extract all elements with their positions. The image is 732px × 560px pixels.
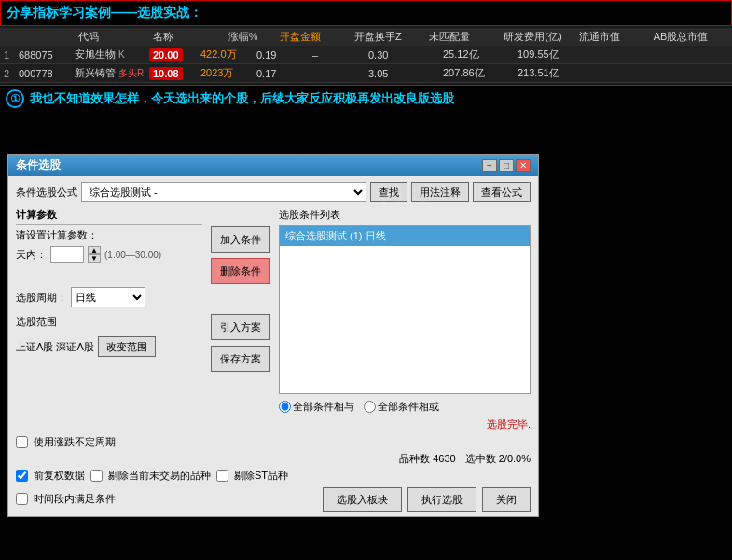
formula-select[interactable]: 综合选股测试 - — [81, 182, 366, 202]
dialog-body: 条件选股公式 综合选股测试 - 查找 用法注释 查看公式 计算参数 请设置计算参… — [8, 176, 538, 517]
row2-name: 新兴铸管 多头R — [75, 66, 149, 80]
window-close-button[interactable]: ✕ — [516, 159, 531, 172]
days-up-button[interactable]: ▲ — [88, 246, 101, 254]
range-value-row: 上证A股 深证A股 改变范围 — [16, 336, 202, 357]
row1-name: 安旭生物 K — [75, 48, 149, 61]
row1-change: 20.00 — [149, 49, 200, 61]
stats-selected: 选中数 2/0.0% — [465, 452, 531, 466]
calc-params-label: 计算参数 — [16, 208, 202, 225]
stock-table-header: 代码 名称 涨幅% 开盘金额 开盘换手Z 未匹配量 研发费用(亿) 流通市值 A… — [0, 28, 732, 46]
row1-unmatch: – — [312, 49, 368, 61]
stock-row-1[interactable]: 1 688075 安旭生物 K 20.00 422.0万 0.19 – 0.30… — [0, 46, 732, 64]
header-name: 名称 — [153, 30, 228, 44]
checkbox-no-trade[interactable] — [90, 470, 103, 482]
days-label: 天内： — [16, 248, 47, 262]
radio-row: 全部条件相与 全部条件相或 — [279, 400, 531, 414]
right-panel: 选股条件列表 综合选股测试 (1) 日线 全部条件相与 全部条件相或 选股完毕. — [279, 208, 531, 431]
dialog-titlebar: 条件选股 − □ ✕ — [8, 155, 538, 176]
row1-circ: 25.12亿 — [443, 48, 518, 61]
checkbox-jump[interactable] — [16, 436, 28, 448]
row1-rd: 0.30 — [368, 49, 443, 61]
stock-table-area: 代码 名称 涨幅% 开盘金额 开盘换手Z 未匹配量 研发费用(亿) 流通市值 A… — [0, 26, 732, 85]
top-banner: 分享指标学习案例——选股实战： — [0, 0, 732, 26]
notice-area: ① 我也不知道效果怎样，今天选出来的个股，后续大家反应积极再发出改良版选股 — [0, 85, 732, 112]
row2-num: 2 — [4, 68, 19, 79]
radio-all-or-label[interactable]: 全部条件相或 — [364, 400, 439, 414]
checkbox-no-st-label: 剔除ST品种 — [234, 469, 288, 483]
usage-button[interactable]: 用法注释 — [411, 182, 469, 202]
query-button[interactable]: 查找 — [370, 182, 407, 202]
checkbox-time[interactable] — [16, 493, 28, 505]
header-code: 代码 — [78, 30, 153, 44]
notice-circle: ① — [6, 89, 24, 108]
left-panel: 计算参数 请设置计算参数： 天内： 1 ▲ ▼ (1.00—30.00) 选股周… — [16, 208, 202, 431]
dialog-window-controls: − □ ✕ — [482, 159, 531, 172]
row1-ab: 109.55亿 — [518, 48, 583, 61]
header-open-rate: 开盘换手Z — [354, 30, 429, 44]
days-down-button[interactable]: ▼ — [88, 254, 101, 263]
checkbox-time-label: 时间段内满足条件 — [34, 492, 116, 506]
header-open-amount: 开盘金额 — [280, 30, 354, 44]
formula-row: 条件选股公式 综合选股测试 - 查找 用法注释 查看公式 — [16, 182, 531, 202]
checkbox-restore-label: 前复权数据 — [34, 469, 85, 483]
row2-open-amount: 2023万 — [200, 66, 256, 80]
days-input[interactable]: 1 — [50, 246, 84, 263]
param-desc: 请设置计算参数： — [16, 228, 98, 242]
execute-button[interactable]: 执行选股 — [407, 487, 476, 512]
checkboxes-row: 前复权数据 剔除当前未交易的品种 剔除ST品种 — [16, 469, 531, 483]
header-unmatch: 未匹配量 — [429, 30, 504, 44]
days-spinner: ▲ ▼ — [88, 246, 101, 263]
radio-all-and-text: 全部条件相与 — [293, 400, 354, 414]
condition-item-1[interactable]: 综合选股测试 (1) 日线 — [280, 226, 530, 246]
add-condition-button[interactable]: 加入条件 — [211, 226, 270, 253]
checkbox-no-st[interactable] — [216, 470, 228, 482]
radio-all-and[interactable] — [279, 401, 291, 413]
row2-ab: 213.51亿 — [518, 66, 583, 80]
checkbox-jump-label: 使用涨跌不定周期 — [34, 435, 116, 449]
checkbox-jump-row: 使用涨跌不定周期 — [16, 435, 531, 449]
main-content: 计算参数 请设置计算参数： 天内： 1 ▲ ▼ (1.00—30.00) 选股周… — [16, 208, 531, 431]
save-plan-button[interactable]: 保存方案 — [211, 346, 270, 372]
minimize-button[interactable]: − — [482, 159, 497, 172]
stock-filter-dialog: 条件选股 − □ ✕ 条件选股公式 综合选股测试 - 查找 用法注释 查看公式 … — [7, 154, 539, 517]
add-board-button[interactable]: 选股入板块 — [323, 487, 402, 512]
row2-circ: 207.86亿 — [443, 66, 518, 80]
mid-buttons: 加入条件 删除条件 引入方案 保存方案 — [208, 208, 273, 431]
stock-row-2[interactable]: 2 000778 新兴铸管 多头R 10.08 2023万 0.17 – 3.0… — [0, 64, 732, 83]
conditions-list[interactable]: 综合选股测试 (1) 日线 — [279, 225, 531, 394]
row1-num: 1 — [4, 49, 19, 61]
row1-open-amount: 422.0万 — [200, 48, 256, 61]
radio-all-and-label[interactable]: 全部条件相与 — [279, 400, 354, 414]
close-button[interactable]: 关闭 — [482, 487, 531, 512]
radio-all-or[interactable] — [364, 401, 376, 413]
banner-text: 分享指标学习案例——选股实战： — [7, 5, 202, 20]
view-formula-button[interactable]: 查看公式 — [473, 182, 531, 202]
range-row: 选股范围 — [16, 315, 202, 329]
days-range: (1.00—30.00) — [104, 250, 161, 260]
stats-count: 品种数 4630 — [399, 452, 456, 466]
dialog-title: 条件选股 — [16, 157, 61, 173]
selected-done-text: 选股完毕. — [279, 417, 531, 431]
checkbox-no-trade-label: 剔除当前未交易的品种 — [108, 469, 211, 483]
range-value: 上证A股 深证A股 — [16, 340, 94, 354]
range-label: 选股范围 — [16, 315, 57, 329]
maximize-button[interactable]: □ — [499, 159, 514, 172]
header-rd: 研发费用(亿) — [504, 30, 578, 44]
bottom-area: 使用涨跌不定周期 品种数 4630 选中数 2/0.0% 前复权数据 剔除当前未… — [16, 435, 531, 512]
change-range-button[interactable]: 改变范围 — [98, 336, 156, 357]
conditions-label: 选股条件列表 — [279, 208, 531, 222]
period-select[interactable]: 日线 — [71, 287, 145, 307]
header-change: 涨幅% — [228, 30, 280, 44]
notice-text: 我也不知道效果怎样，今天选出来的个股，后续大家反应积极再发出改良版选股 — [30, 90, 454, 107]
checkbox-time-row: 时间段内满足条件 — [16, 492, 116, 506]
checkbox-restore[interactable] — [16, 470, 28, 482]
header-ab: AB股总市值 — [654, 30, 728, 44]
radio-all-or-text: 全部条件相或 — [378, 400, 439, 414]
row1-code: 688075 — [19, 49, 75, 61]
import-plan-button[interactable]: 引入方案 — [211, 314, 270, 340]
remove-condition-button[interactable]: 删除条件 — [211, 258, 270, 284]
row2-code: 000778 — [19, 68, 75, 79]
row2-open-rate: 0.17 — [256, 68, 312, 79]
stats-row: 品种数 4630 选中数 2/0.0% — [16, 452, 531, 466]
header-circ: 流通市值 — [579, 30, 654, 44]
